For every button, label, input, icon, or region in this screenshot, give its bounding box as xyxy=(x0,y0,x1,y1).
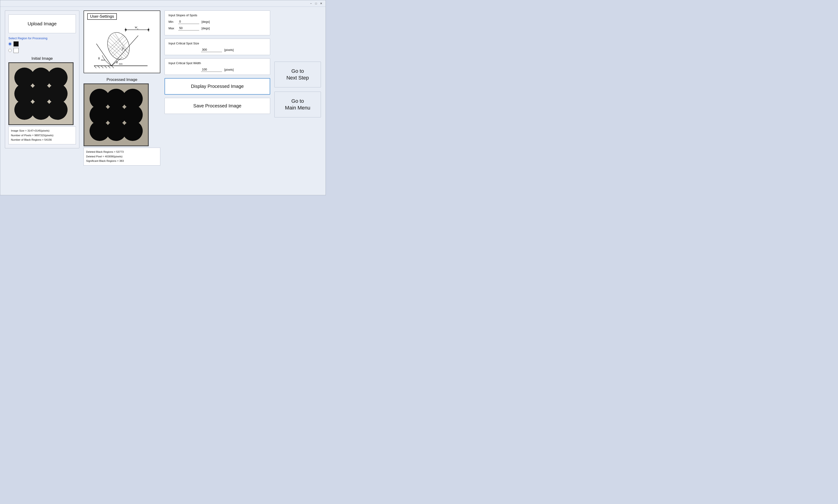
close-button[interactable]: ✕ xyxy=(319,1,324,6)
svg-line-35 xyxy=(98,66,100,68)
spot-width-row: [pixels] xyxy=(169,67,266,72)
image-info-line3: Number of Black Regions = 54156 xyxy=(11,138,73,142)
spot-size-unit: [pixels] xyxy=(224,48,234,52)
minimize-button[interactable]: − xyxy=(308,1,313,6)
slopes-min-unit: [degs] xyxy=(202,20,210,23)
save-processed-button[interactable]: Save Processed Image xyxy=(165,98,270,114)
upload-image-button[interactable]: Upload Image xyxy=(8,14,76,33)
black-box-icon xyxy=(14,41,19,47)
go-to-main-menu-button[interactable]: Go to Main Menu xyxy=(274,92,321,118)
svg-text:θ: θ xyxy=(98,57,100,60)
proc-info: Deleted Black Regions = 53773 Deleted Pi… xyxy=(84,148,160,165)
proc-info-line3: Significant Black Regions = 383 xyxy=(86,159,158,163)
initial-image-label: Initial Image xyxy=(8,56,76,61)
slopes-min-row: Min [degs] xyxy=(169,19,266,24)
center-panel: User-Settings w c xyxy=(84,11,160,165)
user-settings-box: User-Settings w c xyxy=(84,11,160,73)
slopes-title: Input Slopes of Spots xyxy=(169,14,266,17)
slopes-max-label: Max xyxy=(169,26,176,30)
slopes-max-unit: [degs] xyxy=(202,26,210,30)
proc-info-line1: Deleted Black Regions = 53773 xyxy=(86,150,158,155)
next-step-label: Go to Next Step xyxy=(287,68,309,81)
proc-info-line2: Deleted Pixel = 403090(pixels) xyxy=(86,155,158,159)
settings-diagram-svg: w c xyxy=(92,23,152,69)
main-window: − □ ✕ Upload Image Select Region for Pro… xyxy=(0,0,326,195)
svg-text:p: p xyxy=(122,46,124,51)
image-info-line2: Number of Pixels = 9897315(pixels) xyxy=(11,133,73,138)
spot-size-group: Input Critical Spot Size [pixels] xyxy=(165,39,270,55)
image-info-line1: Image Size = 3147×3145(pixels) xyxy=(11,129,73,133)
radio-row-2 xyxy=(8,48,76,53)
maximize-button[interactable]: □ xyxy=(313,1,319,6)
processed-image-canvas xyxy=(84,84,149,146)
svg-point-58 xyxy=(123,121,143,141)
radio-row-1 xyxy=(8,41,76,47)
slopes-min-label: Min xyxy=(169,20,176,23)
right-panel: Input Slopes of Spots Min [degs] Max [de… xyxy=(165,11,270,114)
region-label: Select Region for Processing xyxy=(8,36,76,40)
main-menu-label: Go to Main Menu xyxy=(285,98,310,111)
processed-image-svg xyxy=(84,84,148,146)
region-section: Select Region for Processing xyxy=(8,36,76,53)
svg-point-12 xyxy=(48,100,68,120)
processed-image-label: Processed Image xyxy=(84,77,160,82)
region-radio-1[interactable] xyxy=(8,42,12,46)
titlebar: − □ ✕ xyxy=(0,0,326,7)
slopes-max-row: Max [degs] xyxy=(169,26,266,31)
spot-width-input[interactable] xyxy=(201,67,222,72)
svg-text:max: max xyxy=(101,58,105,61)
svg-line-34 xyxy=(94,66,96,68)
svg-line-39 xyxy=(112,66,114,68)
svg-line-36 xyxy=(101,66,103,68)
settings-diagram: w c xyxy=(87,22,157,70)
main-content: Upload Image Select Region for Processin… xyxy=(0,7,326,169)
svg-text:w: w xyxy=(135,25,137,29)
spot-width-title: Input Critical Spot Width xyxy=(169,61,266,65)
initial-image-section: Initial Image xyxy=(8,56,76,144)
left-panel: Upload Image Select Region for Processin… xyxy=(5,11,79,148)
spot-size-title: Input Critical Spot Size xyxy=(169,42,266,45)
processed-section: Processed Image xyxy=(84,77,160,165)
spot-width-unit: [pixels] xyxy=(224,68,234,71)
display-processed-button[interactable]: Display Processed Image xyxy=(165,78,270,95)
slopes-min-input[interactable] xyxy=(178,19,199,24)
white-box-icon xyxy=(14,48,19,53)
spot-width-group: Input Critical Spot Width [pixels] xyxy=(165,58,270,75)
svg-text:c: c xyxy=(137,28,138,30)
svg-text:min: min xyxy=(119,62,123,65)
svg-text:θ: θ xyxy=(116,61,118,64)
svg-line-37 xyxy=(104,66,107,68)
initial-image-canvas xyxy=(8,62,73,125)
spot-size-row: [pixels] xyxy=(169,48,266,52)
go-to-next-step-button[interactable]: Go to Next Step xyxy=(274,61,321,87)
image-info: Image Size = 3147×3145(pixels) Number of… xyxy=(8,126,76,144)
far-right-panel: Go to Next Step Go to Main Menu xyxy=(274,11,321,118)
user-settings-title: User-Settings xyxy=(87,13,117,20)
slopes-max-input[interactable] xyxy=(178,26,199,31)
region-radio-2[interactable] xyxy=(8,49,12,52)
svg-line-38 xyxy=(108,66,110,68)
slopes-group: Input Slopes of Spots Min [degs] Max [de… xyxy=(165,11,270,35)
initial-image-svg xyxy=(9,62,73,125)
spot-size-input[interactable] xyxy=(201,48,222,52)
